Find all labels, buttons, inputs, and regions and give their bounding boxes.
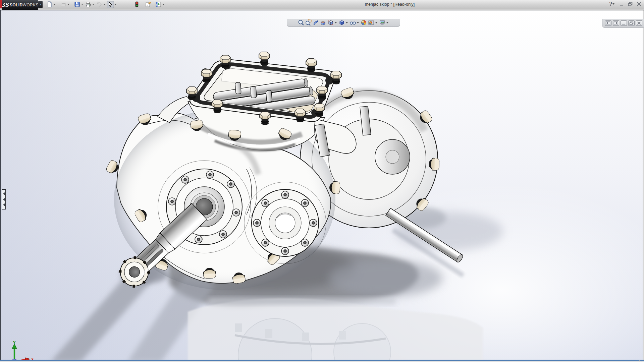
help-dropdown[interactable]: [612, 3, 614, 5]
pane-left-icon: [606, 21, 610, 25]
feature-tree-collapsed-tab[interactable]: [2, 189, 6, 209]
orientation-cube-icon: [327, 19, 334, 26]
open-dropdown[interactable]: [67, 4, 69, 5]
select-cursor-icon: [108, 2, 113, 7]
restore-window-button[interactable]: [628, 2, 633, 6]
new-document-button[interactable]: [46, 1, 53, 8]
print-icon: [85, 1, 91, 7]
view-settings-button[interactable]: [379, 19, 386, 26]
undo-dropdown[interactable]: [103, 4, 105, 5]
gearbox-3d-model: [1, 10, 643, 360]
ds-logo-icon: ƷS: [2, 2, 9, 8]
appearance-ball-icon: [361, 19, 367, 26]
apply-scene-button[interactable]: [368, 19, 375, 26]
new-document-icon: [47, 1, 53, 7]
menu-expander-button[interactable]: ›: [38, 1, 43, 8]
reference-triad: Y X Z: [3, 341, 34, 362]
open-button[interactable]: [60, 1, 67, 8]
save-button[interactable]: [73, 1, 81, 8]
zoom-to-fit-button[interactable]: [298, 19, 305, 26]
view-settings-monitor-icon: [379, 19, 385, 26]
print-dropdown[interactable]: [92, 4, 94, 5]
main-toolbar: [46, 0, 166, 8]
print-button[interactable]: [85, 1, 92, 8]
view-orientation-dropdown[interactable]: [335, 22, 337, 23]
title-bar: ƷS SOLIDWORKS ›: [0, 0, 644, 8]
expand-arrow-icon: [3, 192, 5, 195]
brand-light-text: WORKS: [23, 3, 39, 7]
display-style-dropdown[interactable]: [346, 22, 348, 23]
glasses-icon: [350, 19, 356, 26]
pane-right-icon: [613, 21, 618, 25]
help-icon: ?: [609, 1, 612, 7]
save-floppy-icon: [74, 1, 80, 7]
restore-document-button[interactable]: [628, 20, 635, 26]
magnifier-area-icon: [305, 19, 312, 26]
viewport-right-border: [643, 10, 643, 360]
window-controls: ?: [609, 1, 641, 7]
undo-button[interactable]: [96, 1, 103, 8]
close-window-button[interactable]: [637, 2, 641, 6]
close-document-button[interactable]: [636, 20, 642, 26]
stoplight-button[interactable]: [133, 1, 141, 8]
expand-arrow-icon: [3, 203, 5, 206]
options-dropdown[interactable]: [162, 4, 164, 5]
help-button[interactable]: ?: [609, 1, 616, 7]
graphics-viewport[interactable]: Y X Z *Dimetric: [1, 10, 643, 360]
minimize-document-button[interactable]: [621, 20, 627, 26]
shaded-cube-icon: [338, 19, 345, 26]
document-window-controls: [602, 19, 644, 28]
right-bearing-flange: [252, 189, 319, 256]
close-icon: [637, 21, 641, 25]
undo-arrow-icon: [96, 1, 102, 7]
edit-appearance-button[interactable]: [360, 19, 368, 26]
restore-icon: [629, 21, 634, 25]
comment-button[interactable]: [145, 1, 152, 8]
save-dropdown[interactable]: [81, 4, 83, 5]
status-bar: [0, 360, 644, 362]
new-dropdown[interactable]: [54, 4, 56, 5]
resize-grip[interactable]: [639, 360, 643, 362]
solidworks-logo: ƷS SOLIDWORKS: [2, 0, 38, 10]
options-button[interactable]: [155, 1, 162, 8]
triad-y-label: Y: [13, 341, 16, 345]
window-title: menjac sklop * [Read-only]: [365, 2, 415, 7]
apply-scene-dropdown[interactable]: [375, 22, 377, 23]
zoom-to-area-button[interactable]: [305, 19, 312, 26]
model-reflection: [188, 298, 483, 360]
options-checklist-icon: [155, 1, 161, 7]
open-folder-icon: [60, 1, 66, 7]
hide-show-items-button[interactable]: [349, 19, 357, 26]
display-style-button[interactable]: [338, 19, 345, 26]
minimize-window-button[interactable]: [620, 2, 624, 6]
section-view-button[interactable]: [320, 19, 327, 26]
traffic-light-icon: [134, 1, 140, 7]
select-dropdown[interactable]: [114, 4, 116, 5]
select-button[interactable]: [107, 1, 114, 8]
previous-view-button[interactable]: [312, 19, 320, 26]
pane-right-button[interactable]: [613, 20, 619, 26]
view-settings-dropdown[interactable]: [386, 22, 388, 23]
magnifier-icon: [298, 19, 304, 26]
section-box-icon: [320, 19, 326, 26]
expand-arrow-icon: [3, 198, 5, 201]
comment-edit-icon: [145, 1, 152, 7]
pane-left-button[interactable]: [605, 20, 611, 26]
view-orientation-button[interactable]: [327, 19, 334, 26]
scene-ball-icon: [368, 19, 374, 26]
hide-show-items-dropdown[interactable]: [357, 22, 359, 23]
brand-bold-text: SOLID: [10, 3, 23, 7]
previous-view-icon: [313, 19, 319, 26]
heads-up-view-toolbar: [287, 19, 400, 27]
minimize-icon: [622, 21, 626, 25]
